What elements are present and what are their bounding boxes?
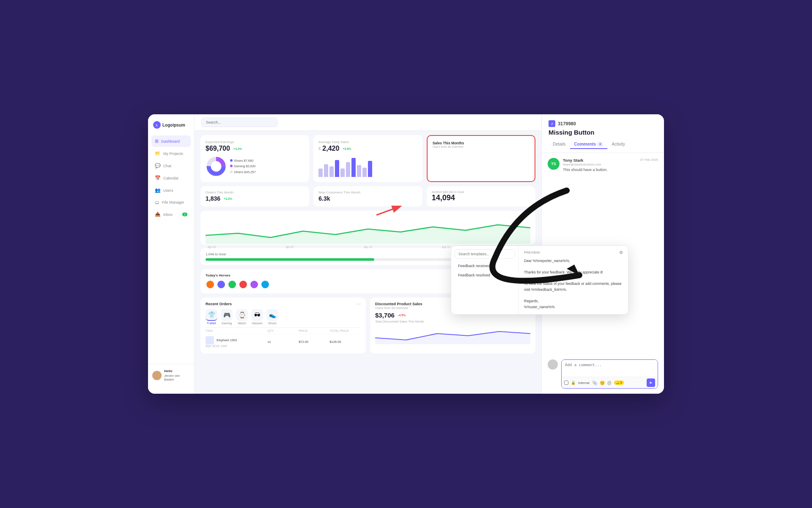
tab-details[interactable]: Details: [549, 140, 570, 149]
sidebar-item-inbox[interactable]: 📥 Inbox 2: [151, 209, 191, 220]
donut-chart: [206, 156, 227, 177]
sidebar-item-label: File Manager: [162, 200, 184, 204]
comments-badge: 0: [597, 142, 603, 146]
gear-icon[interactable]: ⚙: [619, 250, 623, 255]
reply-toolbar: 🔒 Internal 📎 🙂 @ 🔔 1 ➤: [562, 377, 658, 388]
template-item-feedback-received[interactable]: Feedback received: [455, 261, 515, 271]
sidebar-item-filemanager[interactable]: 🗂 File Manager: [151, 197, 191, 208]
row-price: $72.00: [299, 340, 329, 344]
sidebar-item-label: Dashboard: [161, 139, 180, 144]
sidebar-item-label: Calendar: [163, 176, 179, 180]
donut-legend: Shoes $7,660 Gaming $2,820 Others $45,25…: [230, 158, 256, 175]
sales-months-label: Sales This Months: [433, 141, 529, 145]
projects-icon: 📁: [155, 151, 161, 156]
user-info: Hello Jeroen van Basten: [164, 369, 190, 382]
watch-label: Watch: [238, 322, 246, 325]
gaming-icon: 🎮: [221, 309, 233, 321]
order-tab-tshirt[interactable]: 👕 T-shirt: [206, 309, 217, 325]
hero-avatar: [261, 280, 270, 289]
sidebar-nav: ⊞ Dashboard 📁 My Projects 💬 Chat 📅 Calen…: [148, 135, 194, 364]
hero-avatar: [217, 280, 226, 289]
revenue-detail-label: Another $48,344 to Goal: [432, 190, 530, 193]
comment-date: 07 Feb 2025: [640, 158, 658, 166]
order-tab-shoes[interactable]: 👟 Shoes: [266, 309, 278, 325]
tshirt-icon: 👕: [206, 309, 217, 321]
stat-customers: New Customers This Month 6.3k: [313, 186, 422, 207]
sidebar-item-dashboard[interactable]: ⊞ Dashboard: [151, 135, 191, 147]
order-tab-watch[interactable]: ⌚ Watch: [236, 309, 248, 325]
stat-daily-badge: +2.6%: [343, 147, 351, 150]
bar: [324, 164, 328, 177]
tab-activity-label: Activity: [612, 142, 625, 146]
tab-activity[interactable]: Activity: [607, 140, 629, 149]
order-tabs: 👕 T-shirt 🎮 Gaming ⌚ Watch: [206, 309, 361, 325]
internal-checkbox[interactable]: [564, 381, 568, 385]
tab-comments[interactable]: Comments 0: [570, 140, 608, 149]
dashboard-icon: ⊞: [155, 138, 159, 144]
sidebar-item-chat[interactable]: 💬 Chat: [151, 160, 191, 171]
glasses-label: Glasses: [252, 322, 262, 325]
right-panel: J 3179980 Missing Button Details Comment…: [541, 114, 664, 394]
orders-badge: +2.2%: [224, 197, 232, 200]
bar: [346, 162, 350, 177]
row-item: Elephant 1902 Size: #CXX: 2347: [206, 336, 268, 348]
bar: [335, 160, 339, 177]
stat-daily-label: Average Daily Sales: [318, 140, 417, 144]
comment-header: Tony Stark tstark@starkindustries.com 07…: [563, 158, 658, 166]
issue-id-row: J 3179980: [549, 120, 657, 127]
search-input[interactable]: [201, 118, 277, 127]
revenue-detail-value: 14,094: [432, 193, 530, 202]
orders-card: Recent Orders ⋯ 👕 T-shirt 🎮 Gaming: [200, 298, 366, 353]
inbox-badge: 2: [182, 213, 187, 216]
template-list: Feedback received Feedback resolved: [451, 246, 519, 314]
stat-earnings-label: Expected Earnings: [206, 140, 304, 144]
stats-row-1: Expected Earnings $69,700 +3.2%: [200, 135, 535, 182]
template-search-input[interactable]: [455, 249, 515, 259]
tab-comments-label: Comments: [574, 142, 596, 146]
user-avatar: [152, 371, 162, 380]
item-image: [206, 336, 214, 345]
disc-line-chart: [375, 325, 530, 344]
mention-icon[interactable]: @: [607, 381, 612, 385]
lock-icon: 🔒: [571, 381, 576, 385]
sidebar-item-projects[interactable]: 📁 My Projects: [151, 148, 191, 159]
bar: [362, 168, 367, 177]
sidebar-user: Hello Jeroen van Basten: [148, 364, 194, 387]
issue-id: 3179980: [558, 121, 576, 126]
user-fullname: Jeroen van Basten: [164, 374, 190, 382]
comment-text: This should have a button.: [563, 167, 658, 173]
logo-text: Logoipsum: [162, 123, 185, 127]
template-dropdown: Feedback received Feedback resolved PREV…: [451, 246, 628, 315]
reply-input[interactable]: [562, 360, 658, 375]
legend-others: Others $45,257: [234, 170, 256, 174]
stat-sales-months: Sales This Months Users from all channel…: [427, 135, 535, 182]
attach-icon[interactable]: 📎: [592, 381, 597, 385]
stat-daily-sales: Average Daily Sales $ 2,420 +2.6%: [313, 135, 422, 182]
customers-value: 6.3k: [318, 195, 417, 202]
item-name: Elephant 1902: [217, 338, 237, 342]
hero-avatar: [239, 280, 248, 289]
stat-revenue-detail: Another $48,344 to Goal 14,094: [427, 186, 535, 207]
stat-earnings-value: $69,700: [206, 145, 230, 152]
orders-table-header: ITEM QTY PRICE TOTAL PRICE: [206, 327, 361, 334]
orders-menu-icon: ⋯: [357, 302, 361, 306]
order-tab-glasses[interactable]: 🕶 Glasses: [251, 309, 263, 325]
logo: L Logoipsum: [148, 121, 194, 135]
order-tab-gaming[interactable]: 🎮 Gaming: [221, 309, 233, 325]
bar: [357, 165, 361, 177]
col-total: TOTAL PRICE: [330, 329, 361, 332]
orders-value: 1,836: [206, 195, 220, 202]
sidebar-item-calendar[interactable]: 📅 Calendar: [151, 172, 191, 184]
sidebar-item-label: My Projects: [163, 152, 183, 156]
template-item-feedback-resolved[interactable]: Feedback resolved: [455, 271, 515, 280]
sidebar-item-users[interactable]: 👥 Users: [151, 185, 191, 196]
user-name: Hello: [164, 369, 190, 373]
emoji-icon[interactable]: 🙂: [600, 381, 605, 385]
send-button[interactable]: ➤: [647, 378, 655, 387]
preview-label: PREVIEW:: [524, 251, 540, 254]
internal-label: Internal: [578, 381, 590, 385]
orders-title: Recent Orders ⋯: [206, 302, 361, 306]
legend-shoes: Shoes $7,660: [234, 159, 253, 163]
preview-text: Dear %%reporter_name%%, Thanks for your …: [524, 258, 623, 310]
stat-orders: Orders This Month 1,836 +2.2%: [200, 186, 309, 207]
